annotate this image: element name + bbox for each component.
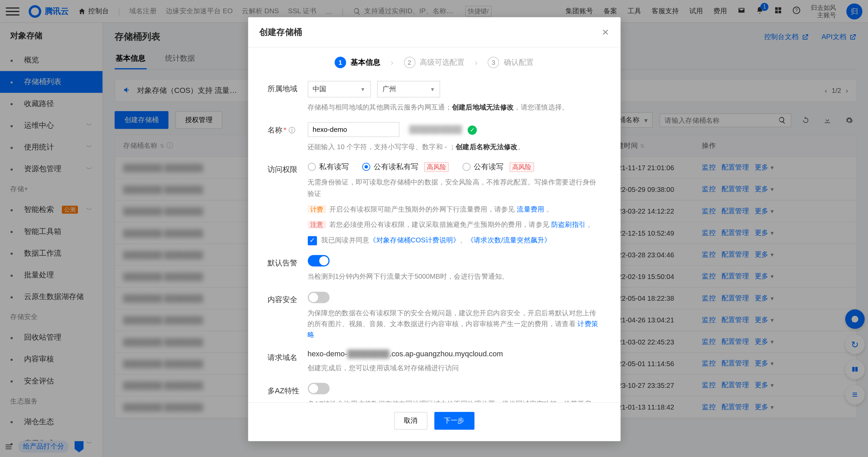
label-name: 名称*ⓘ bbox=[267, 122, 307, 153]
label-acl: 访问权限 bbox=[267, 162, 307, 246]
agree-checkbox[interactable]: ✓ bbox=[308, 236, 317, 245]
region-tip: 存储桶与相同地域的其他腾讯云服务内网互通；创建后地域无法修改，请您谨慎选择。 bbox=[308, 102, 601, 113]
fee-link[interactable]: 流量费用 bbox=[517, 205, 544, 213]
acl-public-read[interactable]: 公有读私有写高风险 bbox=[362, 162, 449, 172]
region-city-select[interactable]: 广州▼ bbox=[377, 81, 440, 97]
alert-tip: 当检测到1分钟内外网下行流量大于5000MB时，会进行告警通知。 bbox=[308, 271, 601, 282]
domain-tip: 创建完成后，您可以使用该域名对存储桶进行访问 bbox=[308, 363, 601, 374]
bucket-name-input[interactable] bbox=[308, 122, 399, 137]
acl-tip: 无需身份验证，即可读取您存储桶中的数据，安全风险高，不推荐此配置。写操作需要进行… bbox=[308, 177, 601, 199]
create-bucket-modal: 创建存储桶 × 1基本信息 › 2高级可选配置 › 3确认配置 所属地域 中国▼… bbox=[248, 17, 620, 441]
acl-public-rw[interactable]: 公有读写高风险 bbox=[462, 162, 534, 172]
modal-mask: 创建存储桶 × 1基本信息 › 2高级可选配置 › 3确认配置 所属地域 中国▼… bbox=[0, 0, 868, 457]
safe-toggle[interactable] bbox=[308, 291, 329, 303]
label-region: 所属地域 bbox=[267, 81, 307, 113]
label-domain: 请求域名 bbox=[267, 350, 307, 374]
acl-private[interactable]: 私有读写 bbox=[308, 162, 349, 172]
warn-link[interactable]: 防盗刷指引 bbox=[551, 221, 586, 229]
safe-tip: 为保障您的数据在公有读权限下的安全合规问题，建议您开启内容安全，开启后将默认对您… bbox=[308, 307, 601, 340]
bucket-suffix: - ██████████ bbox=[405, 125, 462, 134]
maz-toggle[interactable] bbox=[308, 383, 329, 394]
step-3: 3确认配置 bbox=[488, 57, 533, 68]
agree-link-1[interactable]: 《对象存储桶COS计费说明》 bbox=[369, 235, 460, 246]
fee-tip: 计费开启公有读权限可能产生预期外的外网下行流量费用，请参见 流量费用 。 bbox=[308, 204, 601, 215]
region-country-select[interactable]: 中国▼ bbox=[308, 81, 371, 97]
warn-tip: 注意若您必须使用公有读权限，建议采取措施避免产生预期外的费用，请参见 防盗刷指引… bbox=[308, 219, 601, 230]
label-safe: 内容安全 bbox=[267, 291, 307, 340]
modal-title: 创建存储桶 bbox=[259, 27, 302, 38]
modal-steps: 1基本信息 › 2高级可选配置 › 3确认配置 bbox=[248, 47, 620, 76]
next-button[interactable]: 下一步 bbox=[434, 412, 474, 430]
agree-link-2[interactable]: 《请求次数/流量突然飙升》 bbox=[467, 235, 551, 246]
name-tip: 还能输入 10 个字符，支持小写字母、数字和 - ；创建后名称无法修改。 bbox=[308, 142, 601, 153]
cancel-button[interactable]: 取消 bbox=[394, 412, 427, 430]
maz-tip: 多AZ特性允许用户将数据存储在同地理区域内的不同物理位置，提供同城容灾功能，推荐… bbox=[308, 399, 601, 402]
step-1: 1基本信息 bbox=[335, 57, 380, 68]
close-icon[interactable]: × bbox=[602, 26, 609, 38]
step-2: 2高级可选配置 bbox=[404, 57, 465, 68]
label-alert: 默认告警 bbox=[267, 255, 307, 282]
check-icon: ✓ bbox=[468, 125, 477, 135]
agree-row[interactable]: ✓ 我已阅读并同意 《对象存储桶COS计费说明》 、 《请求次数/流量突然飙升》 bbox=[308, 235, 601, 246]
info-icon[interactable]: ⓘ bbox=[289, 126, 295, 134]
label-maz: 多AZ特性 bbox=[267, 383, 307, 402]
domain-value: hexo-demo-████████.cos.ap-guangzhou.myqc… bbox=[308, 350, 601, 358]
alert-toggle[interactable] bbox=[308, 255, 329, 267]
